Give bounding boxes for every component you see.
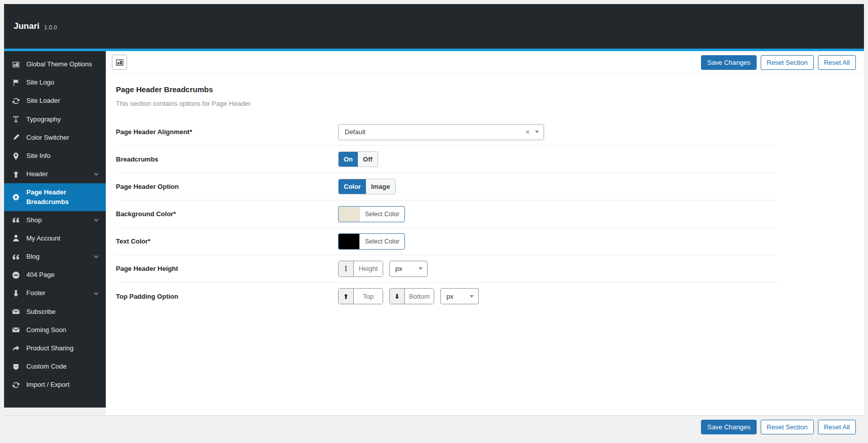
arrow-down-icon [12, 289, 21, 298]
content-panel: Save Changes Reset Section Reset All Pag… [106, 51, 864, 415]
theme-options-page: Junari 1.0.0 Global Theme Options Site L… [4, 4, 864, 438]
layout-icon [12, 60, 21, 69]
sidebar-item-color-switcher[interactable]: Color Switcher [4, 129, 106, 147]
field-row-page-header-alignment: Page Header Alignment* Default × [116, 118, 777, 146]
switch-option-off[interactable]: Off [358, 152, 378, 167]
reset-section-button-bottom[interactable]: Reset Section [761, 420, 814, 434]
sidebar-item-label: Subscribe [26, 307, 100, 316]
field-label: Breadcrumbs [116, 155, 338, 163]
top-padding-input[interactable] [354, 289, 383, 304]
chevron-down-icon [93, 253, 100, 260]
minus-circle-icon [12, 271, 21, 279]
sidebar-item-label: Footer [26, 289, 87, 298]
sidebar-item-site-logo[interactable]: Site Logo [4, 73, 106, 92]
reset-section-button[interactable]: Reset Section [761, 55, 814, 70]
dropdown-arrow-icon [535, 131, 539, 133]
sidebar-item-label: Color Switcher [26, 133, 100, 142]
sidebar-item-blog[interactable]: Blog [4, 248, 106, 266]
select-color-label: Select Color [360, 234, 404, 249]
field-row-page-header-height: Page Header Height px [116, 255, 777, 283]
text-color-picker[interactable]: Select Color [338, 233, 405, 250]
field-row-page-header-option: Page Header Option Color Image [116, 173, 777, 200]
field-label: Page Header Height [116, 265, 338, 272]
sidebar-item-label: Site Loader [26, 96, 100, 105]
sidebar-item-site-loader[interactable]: Site Loader [4, 92, 106, 110]
sidebar-item-label: Product Sharing [26, 344, 100, 353]
reset-all-button[interactable]: Reset All [818, 55, 856, 70]
switch-option-color[interactable]: Color [339, 179, 366, 194]
code-icon [12, 363, 21, 371]
dropdown-arrow-icon [419, 267, 423, 270]
pin-icon [12, 152, 21, 160]
sidebar-item-coming-soon[interactable]: Coming Soon [4, 321, 106, 339]
sidebar-item-subscribe[interactable]: Subscribe [4, 303, 106, 321]
sidebar-item-label: Blog [26, 252, 87, 261]
page-header-option-switch: Color Image [338, 179, 396, 194]
sync-icon [12, 97, 21, 105]
sidebar-item-footer[interactable]: Footer [4, 284, 106, 302]
quote-icon [12, 216, 21, 224]
padding-unit-select[interactable]: px [440, 288, 479, 304]
top-padding-input-group [338, 288, 383, 304]
reset-all-button-bottom[interactable]: Reset All [818, 420, 856, 434]
sidebar-item-shop[interactable]: Shop [4, 211, 106, 229]
sidebar-item-label: Site Info [26, 151, 100, 160]
save-changes-button-bottom[interactable]: Save Changes [701, 420, 756, 434]
envelope-icon [12, 307, 21, 316]
page-title: Page Header Breadcrumbs [116, 85, 854, 94]
v-arrow-icon [339, 261, 354, 276]
select-value: Default [345, 128, 365, 136]
share-icon [12, 344, 21, 353]
dropdown-arrow-icon [470, 295, 474, 298]
save-changes-button[interactable]: Save Changes [701, 55, 756, 70]
color-swatch [339, 234, 360, 249]
sidebar-nav: Global Theme Options Site Logo Site Load… [4, 51, 106, 408]
sidebar-item-label: 404 Page [26, 270, 100, 279]
switch-option-image[interactable]: Image [366, 179, 395, 194]
theme-header-bar: Junari 1.0.0 [4, 4, 864, 51]
envelope-icon [12, 326, 21, 334]
switch-option-on[interactable]: On [339, 152, 358, 167]
unit-value: px [395, 265, 402, 272]
sidebar-item-page-header-breadcrumbs[interactable]: Page Header Breadcrumbs [4, 183, 106, 211]
sidebar-item-404-page[interactable]: 404 Page [4, 266, 106, 284]
field-label: Page Header Option [116, 183, 338, 190]
clear-selection-icon[interactable]: × [525, 128, 529, 136]
sidebar-item-typography[interactable]: Typography [4, 110, 106, 129]
sidebar-item-product-sharing[interactable]: Product Sharing [4, 339, 106, 357]
select-color-label: Select Color [360, 207, 404, 222]
field-row-top-padding-option: Top Padding Option px [116, 283, 777, 310]
sidebar-item-label: Typography [26, 115, 100, 124]
field-label: Text Color* [116, 237, 338, 245]
arrow-up-icon [339, 289, 354, 304]
sidebar-item-header[interactable]: Header [4, 165, 106, 183]
sidebar-item-global-theme-options[interactable]: Global Theme Options [4, 55, 106, 73]
layout-icon [115, 58, 125, 67]
sidebar-item-custom-code[interactable]: Custom Code [4, 357, 106, 376]
height-input[interactable] [354, 261, 383, 276]
brush-icon [12, 133, 21, 142]
color-swatch [339, 207, 360, 222]
background-color-picker[interactable]: Select Color [338, 206, 405, 222]
fields-list: Page Header Alignment* Default × [116, 118, 777, 310]
sidebar-item-import-export[interactable]: Import / Export [4, 376, 106, 394]
bottom-padding-input-group [389, 288, 434, 304]
field-row-background-color: Background Color* Select Color [116, 200, 777, 228]
bottom-padding-input[interactable] [405, 289, 434, 304]
height-unit-select[interactable]: px [389, 261, 428, 277]
sidebar-item-label: Global Theme Options [26, 60, 100, 69]
sidebar-item-my-account[interactable]: My Account [4, 229, 106, 248]
user-icon [12, 234, 21, 243]
flag-icon [12, 78, 21, 87]
expand-panel-button[interactable] [112, 55, 127, 70]
page-header-alignment-select[interactable]: Default × [338, 124, 544, 140]
sidebar-item-label: Header [26, 170, 87, 179]
gear-icon [12, 193, 21, 202]
sidebar-item-label: Shop [26, 216, 87, 225]
sidebar-item-label: Import / Export [26, 380, 100, 389]
sidebar-item-label: My Account [26, 234, 100, 243]
unit-value: px [446, 293, 453, 300]
sidebar-item-site-info[interactable]: Site Info [4, 147, 106, 165]
section-description: This section contains options for Page H… [116, 100, 854, 107]
version-label: 1.0.0 [44, 24, 57, 30]
